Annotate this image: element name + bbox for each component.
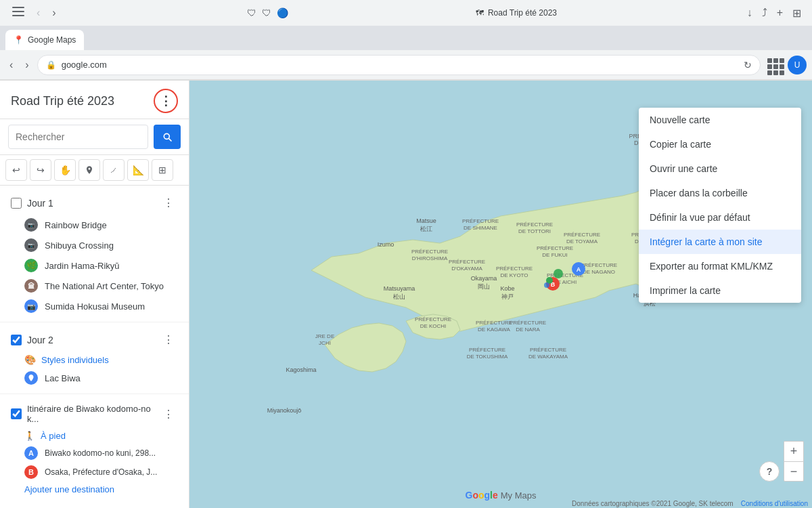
- svg-text:神戸: 神戸: [501, 293, 514, 300]
- layer-jour2-name: Jour 2: [27, 335, 154, 345]
- list-item[interactable]: 📷 Sumida Hokusai Museum: [0, 296, 189, 316]
- walk-icon: 🚶: [24, 431, 35, 441]
- share-btn[interactable]: ⤴: [759, 4, 770, 22]
- tab-maps-title: Google Maps: [28, 35, 76, 45]
- layer-jour1-header[interactable]: Jour 1 ⋮: [0, 191, 189, 215]
- svg-rect-0: [12, 7, 24, 8]
- search-button[interactable]: [154, 125, 181, 149]
- svg-text:PRÉFECTURE: PRÉFECTURE: [581, 262, 617, 268]
- svg-text:DE TOTTORI: DE TOTTORI: [518, 228, 551, 234]
- zoom-in-btn[interactable]: +: [784, 441, 804, 461]
- layer-itineraire-more-btn[interactable]: ⋮: [159, 406, 178, 422]
- hama-rikyu-icon: 🌿: [24, 259, 38, 272]
- stop-a-icon: A: [24, 446, 38, 460]
- account-avatar[interactable]: U: [788, 56, 807, 75]
- national-art-icon: 🏛: [24, 279, 38, 293]
- address-bar[interactable]: 🔒 google.com ↻: [37, 55, 761, 75]
- style-label: Styles individuels: [41, 355, 109, 365]
- layer-jour2-header[interactable]: Jour 2 ⋮: [0, 328, 189, 352]
- svg-text:A: A: [577, 266, 581, 273]
- toolbar-back-btn[interactable]: ‹: [5, 56, 17, 74]
- more-options-btn[interactable]: ⋮: [154, 89, 178, 113]
- layer-itineraire-name: Itinéraire de Biwako kodomo-no k...: [27, 404, 154, 424]
- route-stop-a[interactable]: A Biwako kodomo-no kuni, 298...: [0, 444, 189, 463]
- layer-jour1-more-btn[interactable]: ⋮: [159, 195, 178, 211]
- layer-jour2-checkbox[interactable]: [11, 335, 22, 345]
- svg-text:DE NAGANO: DE NAGANO: [583, 269, 615, 275]
- terms-link[interactable]: Conditions d'utilisation: [741, 500, 808, 507]
- svg-text:D'HIROSHIMA: D'HIROSHIMA: [412, 255, 448, 261]
- rainbow-bridge-icon: 📷: [24, 218, 38, 232]
- sidebar-toggle-btn[interactable]: [8, 4, 28, 22]
- stop-a-label: Biwako kodomo-no kuni, 298...: [45, 448, 156, 458]
- svg-text:Matsue: Matsue: [416, 217, 436, 224]
- add-destination-link[interactable]: Ajouter une destination: [0, 482, 189, 497]
- svg-text:Izumo: Izumo: [378, 241, 394, 248]
- svg-text:PRÉFECTURE: PRÉFECTURE: [462, 218, 499, 224]
- lac-biwa-label: Lac Biwa: [45, 373, 81, 383]
- list-item[interactable]: 🏛 The National Art Center, Tokyo: [0, 276, 189, 296]
- tool-marker-btn[interactable]: [78, 159, 100, 181]
- svg-text:松江: 松江: [420, 226, 432, 232]
- svg-text:JCHI: JCHI: [319, 340, 331, 346]
- svg-text:PRÉFECTURE: PRÉFECTURE: [476, 320, 512, 326]
- svg-text:DE KAGAWA: DE KAGAWA: [478, 326, 511, 333]
- list-item[interactable]: 🌿 Jardin Hama-Rikyū: [0, 255, 189, 276]
- grid-btn[interactable]: ⊞: [790, 4, 804, 22]
- browser-tabs-bar: 📍 Google Maps: [0, 26, 812, 50]
- list-item[interactable]: Lac Biwa: [0, 368, 189, 388]
- zoom-out-btn[interactable]: −: [784, 461, 804, 482]
- map-copyright: Données cartographiques ©2021 Google, SK…: [568, 499, 812, 508]
- sidebar-search-area: [0, 119, 189, 155]
- shibuya-label: Shibuya Crossing: [45, 240, 114, 251]
- help-btn[interactable]: ?: [759, 461, 780, 482]
- browser-titlebar: ‹ › 🛡 🛡 🔵 🗺 Road Trip été 2023 ↓ ⤴ + ⊞: [0, 0, 812, 26]
- svg-text:PRÉFECTURE: PRÉFECTURE: [469, 347, 505, 353]
- styles-individuels-item[interactable]: 🎨 Styles individuels: [0, 352, 189, 368]
- back-btn[interactable]: ‹: [32, 4, 44, 22]
- tool-hand-btn[interactable]: ✋: [54, 159, 76, 181]
- tool-undo-btn[interactable]: ↩: [5, 159, 27, 181]
- search-input[interactable]: [8, 125, 148, 149]
- download-btn[interactable]: ↓: [744, 4, 755, 22]
- sidebar-header: Road Trip été 2023 ⋮ Nouvelle carte Copi…: [0, 81, 189, 119]
- google-apps-btn[interactable]: [765, 56, 784, 75]
- layer-jour1-checkbox[interactable]: [11, 198, 22, 209]
- reload-icon: ↻: [744, 60, 752, 70]
- route-mode-item[interactable]: 🚶 À pied: [0, 428, 189, 444]
- tool-redo-btn[interactable]: ↪: [30, 159, 51, 181]
- svg-text:Matsuyama: Matsuyama: [384, 285, 415, 292]
- tool-directions-btn[interactable]: ⊞: [152, 159, 173, 181]
- toolbar-forward-btn[interactable]: ›: [21, 56, 32, 74]
- forward-btn[interactable]: ›: [48, 4, 60, 22]
- svg-text:岡山: 岡山: [478, 283, 490, 290]
- style-icon: 🎨: [24, 354, 36, 365]
- privacy-shield-icon: 🛡: [247, 7, 256, 18]
- new-tab-btn[interactable]: +: [774, 4, 786, 22]
- sidebar-content: Jour 1 ⋮ 📷 Rainbow Bridge 📷 Shibuya Cros…: [0, 186, 189, 508]
- url-text: google.com: [62, 60, 738, 70]
- tool-measure-btn[interactable]: 📐: [127, 159, 149, 181]
- svg-point-71: [544, 282, 549, 288]
- layer-jour1: Jour 1 ⋮ 📷 Rainbow Bridge 📷 Shibuya Cros…: [0, 186, 189, 322]
- svg-text:DE TOKUSHIMA: DE TOKUSHIMA: [467, 354, 508, 360]
- sumida-label: Sumida Hokusai Museum: [45, 301, 145, 312]
- shield2-icon: 🛡: [262, 7, 271, 18]
- tab-google-maps[interactable]: 📍 Google Maps: [5, 30, 84, 50]
- layer-itineraire-header[interactable]: Itinéraire de Biwako kodomo-no k... ⋮: [0, 400, 189, 428]
- route-stop-b[interactable]: B Osaka, Préfecture d'Osaka, J...: [0, 463, 189, 482]
- svg-text:PRÉFECTURE: PRÉFECTURE: [449, 259, 485, 265]
- svg-text:Okayama: Okayama: [471, 275, 497, 282]
- browser-right-controls: ↓ ⤴ + ⊞: [744, 4, 804, 22]
- list-item[interactable]: 📷 Shibuya Crossing: [0, 235, 189, 255]
- tool-line-btn[interactable]: ⟋: [103, 159, 125, 181]
- layer-jour2-more-btn[interactable]: ⋮: [159, 332, 178, 347]
- layer-itineraire-checkbox[interactable]: [11, 408, 22, 419]
- layer-jour2: Jour 2 ⋮ 🎨 Styles individuels Lac Biwa: [0, 322, 189, 394]
- layer-itineraire: Itinéraire de Biwako kodomo-no k... ⋮ 🚶 …: [0, 394, 189, 503]
- svg-text:Kobe: Kobe: [500, 285, 514, 292]
- svg-text:DE SHIMANE: DE SHIMANE: [464, 225, 497, 231]
- list-item[interactable]: 📷 Rainbow Bridge: [0, 215, 189, 235]
- copyright-text: Données cartographiques ©2021 Google, SK…: [572, 500, 734, 507]
- sumida-icon: 📷: [24, 299, 38, 313]
